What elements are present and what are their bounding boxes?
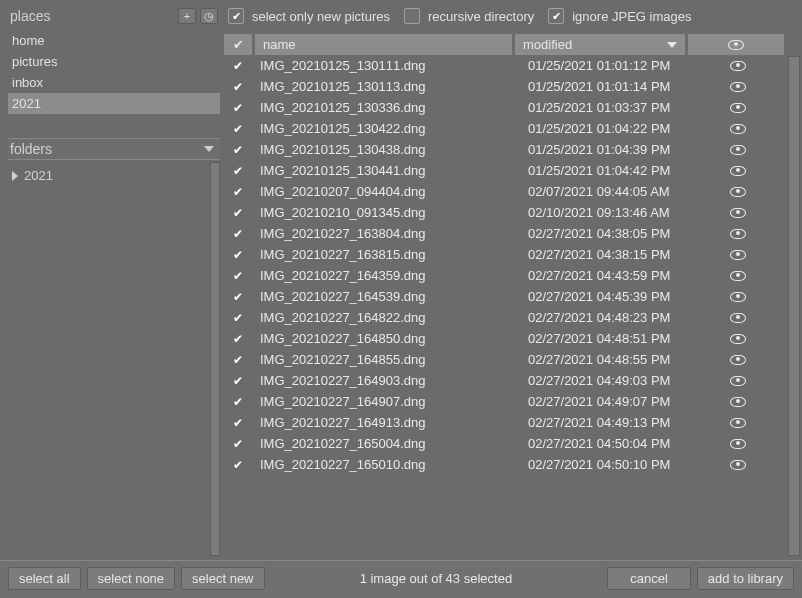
checkbox-icon [228, 8, 244, 24]
place-item[interactable]: 2021 [8, 93, 220, 114]
row-check[interactable]: ✔ [224, 374, 252, 388]
row-check[interactable]: ✔ [224, 80, 252, 94]
option-ignore-jpeg[interactable]: ignore JPEG images [548, 8, 691, 24]
row-check[interactable]: ✔ [224, 59, 252, 73]
column-check[interactable]: ✔ [224, 34, 252, 55]
row-check[interactable]: ✔ [224, 185, 252, 199]
table-row[interactable]: ✔IMG_20210227_164907.dng02/27/2021 04:49… [224, 391, 786, 412]
file-table: ✔ name modified ✔IMG_20210125_130111.dng… [224, 34, 786, 558]
row-visibility[interactable] [690, 103, 786, 113]
table-row[interactable]: ✔IMG_20210227_164539.dng02/27/2021 04:45… [224, 286, 786, 307]
place-item[interactable]: pictures [8, 51, 220, 72]
folders-scrollbar[interactable] [210, 162, 220, 556]
row-filename: IMG_20210125_130111.dng [252, 58, 520, 73]
table-row[interactable]: ✔IMG_20210227_165010.dng02/27/2021 04:50… [224, 454, 786, 475]
row-visibility[interactable] [690, 355, 786, 365]
cancel-button[interactable]: cancel [607, 567, 691, 590]
table-row[interactable]: ✔IMG_20210125_130422.dng01/25/2021 01:04… [224, 118, 786, 139]
table-row[interactable]: ✔IMG_20210207_094404.dng02/07/2021 09:44… [224, 181, 786, 202]
row-check[interactable]: ✔ [224, 269, 252, 283]
eye-icon [730, 250, 746, 260]
row-visibility[interactable] [690, 166, 786, 176]
add-place-button[interactable]: + [178, 8, 196, 24]
row-check[interactable]: ✔ [224, 437, 252, 451]
row-check[interactable]: ✔ [224, 332, 252, 346]
select-all-button[interactable]: select all [8, 567, 81, 590]
row-visibility[interactable] [690, 82, 786, 92]
option-recursive[interactable]: recursive directory [404, 8, 534, 24]
table-row[interactable]: ✔IMG_20210227_164359.dng02/27/2021 04:43… [224, 265, 786, 286]
row-visibility[interactable] [690, 145, 786, 155]
row-check[interactable]: ✔ [224, 395, 252, 409]
column-visibility[interactable] [688, 34, 784, 55]
eye-icon [730, 376, 746, 386]
row-modified: 02/27/2021 04:49:13 PM [520, 415, 690, 430]
row-check[interactable]: ✔ [224, 290, 252, 304]
table-row[interactable]: ✔IMG_20210227_164855.dng02/27/2021 04:48… [224, 349, 786, 370]
table-row[interactable]: ✔IMG_20210227_164850.dng02/27/2021 04:48… [224, 328, 786, 349]
place-item[interactable]: inbox [8, 72, 220, 93]
row-visibility[interactable] [690, 187, 786, 197]
row-check[interactable]: ✔ [224, 458, 252, 472]
row-visibility[interactable] [690, 124, 786, 134]
table-row[interactable]: ✔IMG_20210227_164903.dng02/27/2021 04:49… [224, 370, 786, 391]
folders-tree: 2021 [8, 162, 208, 556]
eye-icon [730, 292, 746, 302]
row-visibility[interactable] [690, 250, 786, 260]
row-visibility[interactable] [690, 418, 786, 428]
column-modified[interactable]: modified [515, 34, 685, 55]
row-modified: 02/27/2021 04:49:07 PM [520, 394, 690, 409]
table-row[interactable]: ✔IMG_20210227_165004.dng02/27/2021 04:50… [224, 433, 786, 454]
select-none-button[interactable]: select none [87, 567, 176, 590]
recent-button[interactable]: ◷ [200, 8, 218, 24]
table-row[interactable]: ✔IMG_20210227_164913.dng02/27/2021 04:49… [224, 412, 786, 433]
row-visibility[interactable] [690, 229, 786, 239]
row-check[interactable]: ✔ [224, 164, 252, 178]
row-visibility[interactable] [690, 460, 786, 470]
table-row[interactable]: ✔IMG_20210125_130113.dng01/25/2021 01:01… [224, 76, 786, 97]
table-row[interactable]: ✔IMG_20210125_130438.dng01/25/2021 01:04… [224, 139, 786, 160]
folder-item[interactable]: 2021 [12, 166, 208, 185]
row-check[interactable]: ✔ [224, 101, 252, 115]
table-row[interactable]: ✔IMG_20210227_163804.dng02/27/2021 04:38… [224, 223, 786, 244]
row-visibility[interactable] [690, 271, 786, 281]
table-row[interactable]: ✔IMG_20210227_164822.dng02/27/2021 04:48… [224, 307, 786, 328]
row-check[interactable]: ✔ [224, 122, 252, 136]
eye-icon [730, 460, 746, 470]
row-check[interactable]: ✔ [224, 143, 252, 157]
table-row[interactable]: ✔IMG_20210125_130111.dng01/25/2021 01:01… [224, 55, 786, 76]
row-visibility[interactable] [690, 397, 786, 407]
row-modified: 02/27/2021 04:48:55 PM [520, 352, 690, 367]
row-check[interactable]: ✔ [224, 206, 252, 220]
row-check[interactable]: ✔ [224, 248, 252, 262]
table-row[interactable]: ✔IMG_20210227_163815.dng02/27/2021 04:38… [224, 244, 786, 265]
row-visibility[interactable] [690, 439, 786, 449]
row-visibility[interactable] [690, 208, 786, 218]
row-check[interactable]: ✔ [224, 353, 252, 367]
table-scrollbar[interactable] [788, 56, 800, 556]
folder-label: 2021 [24, 168, 53, 183]
table-row[interactable]: ✔IMG_20210210_091345.dng02/10/2021 09:13… [224, 202, 786, 223]
folders-header[interactable]: folders [8, 138, 220, 160]
eye-icon [730, 124, 746, 134]
row-check[interactable]: ✔ [224, 416, 252, 430]
table-row[interactable]: ✔IMG_20210125_130441.dng01/25/2021 01:04… [224, 160, 786, 181]
table-row[interactable]: ✔IMG_20210125_130336.dng01/25/2021 01:03… [224, 97, 786, 118]
place-item[interactable]: home [8, 30, 220, 51]
row-visibility[interactable] [690, 313, 786, 323]
column-name[interactable]: name [255, 34, 512, 55]
row-visibility[interactable] [690, 292, 786, 302]
row-visibility[interactable] [690, 376, 786, 386]
eye-icon [730, 397, 746, 407]
row-visibility[interactable] [690, 334, 786, 344]
row-visibility[interactable] [690, 61, 786, 71]
row-check[interactable]: ✔ [224, 227, 252, 241]
row-check[interactable]: ✔ [224, 311, 252, 325]
select-new-button[interactable]: select new [181, 567, 264, 590]
row-modified: 02/10/2021 09:13:46 AM [520, 205, 690, 220]
footer: select all select none select new 1 imag… [0, 560, 802, 598]
option-select-new[interactable]: select only new pictures [228, 8, 390, 24]
add-to-library-button[interactable]: add to library [697, 567, 794, 590]
row-modified: 02/27/2021 04:48:23 PM [520, 310, 690, 325]
row-modified: 02/07/2021 09:44:05 AM [520, 184, 690, 199]
